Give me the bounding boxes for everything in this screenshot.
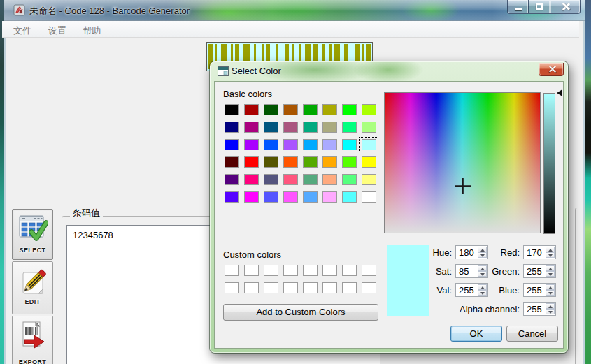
basic-color-swatch[interactable]: [244, 156, 259, 168]
add-to-custom-colors-button[interactable]: Add to Custom Colors: [223, 304, 378, 321]
maximize-button[interactable]: [529, 0, 550, 14]
ok-button[interactable]: OK: [450, 326, 502, 342]
basic-color-swatch[interactable]: [225, 191, 239, 203]
basic-color-swatch[interactable]: [264, 174, 278, 185]
basic-color-swatch[interactable]: [244, 174, 259, 185]
basic-color-swatch[interactable]: [342, 191, 357, 203]
sidebar-button-export[interactable]: EXPORT: [12, 316, 53, 364]
main-window-titlebar[interactable]: 未命名 - Code 128 - Barcode Generator: [4, 0, 585, 21]
custom-color-swatch[interactable]: [225, 265, 239, 276]
hue-spinbox[interactable]: 180: [455, 245, 488, 259]
basic-color-swatch[interactable]: [342, 156, 357, 168]
menu-file[interactable]: 文件: [6, 23, 38, 38]
custom-color-swatch[interactable]: [283, 282, 298, 293]
basic-color-swatch[interactable]: [225, 139, 239, 150]
basic-color-swatch[interactable]: [362, 104, 376, 115]
spinner-arrows[interactable]: [478, 265, 487, 277]
window-title: 未命名 - Code 128 - Barcode Generator: [29, 5, 190, 17]
custom-color-swatch[interactable]: [322, 282, 337, 293]
basic-color-swatch[interactable]: [362, 174, 376, 185]
spinner-arrows[interactable]: [478, 284, 487, 296]
basic-color-swatch[interactable]: [322, 191, 337, 203]
custom-color-swatch[interactable]: [244, 282, 259, 293]
basic-color-swatch[interactable]: [303, 191, 318, 203]
menu-settings[interactable]: 设置: [41, 23, 73, 38]
dialog-close-button[interactable]: [539, 63, 564, 76]
custom-color-swatch[interactable]: [342, 282, 357, 293]
basic-color-swatch[interactable]: [264, 104, 278, 115]
basic-color-swatch[interactable]: [362, 191, 376, 203]
basic-color-swatch[interactable]: [362, 122, 376, 133]
minimize-button[interactable]: [507, 0, 529, 14]
basic-color-swatch[interactable]: [244, 122, 259, 133]
value-slider[interactable]: [543, 93, 555, 234]
spinner-arrows[interactable]: [478, 247, 487, 258]
basic-color-swatch[interactable]: [283, 156, 298, 168]
basic-color-swatch[interactable]: [264, 156, 278, 168]
alpha-spinbox[interactable]: 255: [523, 302, 556, 316]
custom-color-swatch[interactable]: [225, 282, 239, 293]
basic-color-swatch[interactable]: [283, 174, 298, 185]
sidebar-button-edit[interactable]: EDIT: [12, 261, 53, 314]
val-spinbox[interactable]: 255: [455, 283, 488, 297]
basic-color-swatch[interactable]: [283, 191, 298, 203]
basic-color-swatch[interactable]: [303, 104, 318, 115]
spinner-arrows[interactable]: [546, 284, 555, 296]
basic-color-swatch[interactable]: [225, 156, 239, 168]
custom-color-swatch[interactable]: [362, 282, 376, 293]
basic-color-swatch[interactable]: [264, 122, 278, 133]
basic-color-swatch[interactable]: [322, 122, 337, 133]
custom-color-swatch[interactable]: [264, 265, 278, 276]
spinner-arrows[interactable]: [546, 303, 555, 314]
basic-color-swatch[interactable]: [322, 104, 337, 115]
blue-spinbox[interactable]: 255: [523, 283, 556, 297]
basic-color-swatch[interactable]: [342, 122, 357, 133]
custom-color-swatch[interactable]: [322, 265, 337, 276]
sidebar-button-select[interactable]: SELECT: [12, 209, 53, 260]
basic-color-swatch[interactable]: [244, 139, 259, 150]
basic-color-swatch[interactable]: [342, 174, 357, 185]
dialog-titlebar[interactable]: Select Color: [210, 61, 568, 81]
custom-color-swatch[interactable]: [244, 265, 259, 276]
basic-color-swatch[interactable]: [362, 156, 376, 168]
custom-color-swatch[interactable]: [303, 265, 318, 276]
basic-color-swatch[interactable]: [322, 174, 337, 185]
basic-color-swatch[interactable]: [225, 104, 239, 115]
menu-help[interactable]: 帮助: [76, 23, 108, 38]
basic-color-swatch[interactable]: [283, 122, 298, 133]
hue-saturation-picker[interactable]: [384, 92, 541, 233]
basic-color-swatch[interactable]: [283, 104, 298, 115]
close-icon: [562, 3, 569, 10]
custom-color-swatch[interactable]: [264, 282, 278, 293]
basic-color-swatch[interactable]: [244, 104, 259, 115]
sat-spinbox[interactable]: 85: [455, 264, 488, 278]
basic-color-swatch[interactable]: [303, 122, 318, 133]
basic-color-swatch[interactable]: [303, 174, 318, 185]
basic-color-swatch[interactable]: [244, 191, 259, 203]
basic-color-swatch[interactable]: [342, 139, 357, 150]
basic-color-swatch[interactable]: [225, 122, 239, 133]
barcode-value-text: 12345678: [73, 230, 113, 240]
value-slider-arrow[interactable]: [557, 89, 562, 96]
custom-color-swatch[interactable]: [283, 265, 298, 276]
basic-color-swatch[interactable]: [322, 156, 337, 168]
basic-color-swatch[interactable]: [264, 139, 278, 150]
basic-color-swatch[interactable]: [342, 104, 357, 115]
red-spinbox[interactable]: 170: [523, 245, 556, 259]
spinner-arrows[interactable]: [546, 247, 555, 258]
cancel-button[interactable]: Cancel: [506, 326, 558, 342]
spinner-arrows[interactable]: [546, 265, 555, 277]
basic-color-swatch[interactable]: [303, 156, 318, 168]
basic-color-swatch[interactable]: [322, 139, 337, 150]
sidebar-button-label: SELECT: [13, 247, 52, 254]
close-button[interactable]: [550, 0, 581, 14]
green-spinbox[interactable]: 255: [523, 264, 556, 278]
basic-color-swatch[interactable]: [283, 139, 298, 150]
custom-color-swatch[interactable]: [303, 282, 318, 293]
basic-color-swatch[interactable]: [362, 139, 376, 150]
basic-color-swatch[interactable]: [303, 139, 318, 150]
basic-color-swatch[interactable]: [264, 191, 278, 203]
custom-color-swatch[interactable]: [342, 265, 357, 276]
custom-color-swatch[interactable]: [362, 265, 376, 276]
basic-color-swatch[interactable]: [225, 174, 239, 185]
